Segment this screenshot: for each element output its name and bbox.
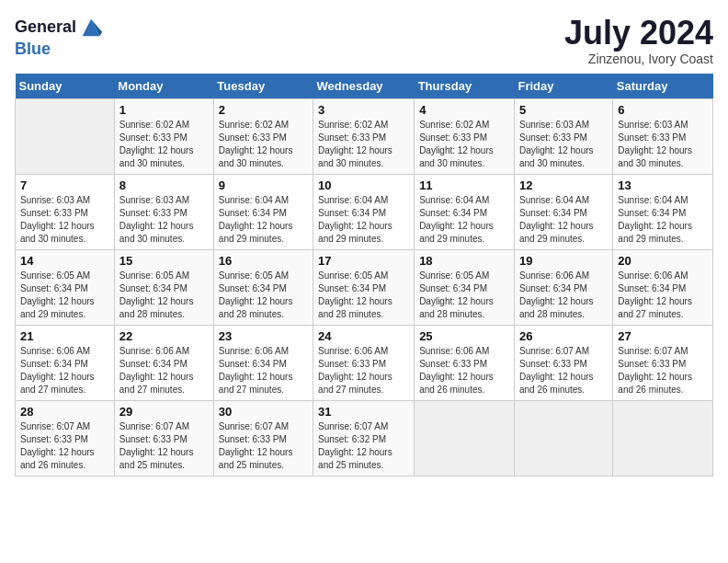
header-sunday: Sunday (16, 74, 115, 99)
day-detail: Sunrise: 6:07 AM Sunset: 6:33 PM Dayligh… (20, 420, 109, 472)
calendar-cell: 6Sunrise: 6:03 AM Sunset: 6:33 PM Daylig… (613, 98, 713, 174)
calendar-header-row: SundayMondayTuesdayWednesdayThursdayFrid… (16, 74, 713, 99)
calendar-cell: 22Sunrise: 6:06 AM Sunset: 6:34 PM Dayli… (114, 325, 213, 400)
day-number: 25 (419, 329, 509, 343)
day-number: 15 (119, 254, 209, 268)
day-detail: Sunrise: 6:02 AM Sunset: 6:33 PM Dayligh… (119, 119, 209, 170)
week-row-1: 1Sunrise: 6:02 AM Sunset: 6:33 PM Daylig… (16, 98, 713, 174)
day-detail: Sunrise: 6:03 AM Sunset: 6:33 PM Dayligh… (519, 119, 608, 170)
day-number: 31 (318, 405, 409, 419)
calendar-cell: 4Sunrise: 6:02 AM Sunset: 6:33 PM Daylig… (415, 98, 515, 174)
calendar-cell: 12Sunrise: 6:04 AM Sunset: 6:34 PM Dayli… (514, 174, 612, 249)
header-thursday: Thursday (415, 74, 515, 99)
month-title: July 2024 (564, 15, 713, 52)
day-number: 27 (618, 329, 708, 343)
calendar-cell: 29Sunrise: 6:07 AM Sunset: 6:33 PM Dayli… (114, 400, 213, 476)
calendar-cell: 3Sunrise: 6:02 AM Sunset: 6:33 PM Daylig… (313, 98, 415, 174)
day-number: 10 (318, 178, 409, 192)
day-number: 5 (519, 103, 608, 117)
week-row-3: 14Sunrise: 6:05 AM Sunset: 6:34 PM Dayli… (16, 249, 713, 325)
calendar-table: SundayMondayTuesdayWednesdayThursdayFrid… (15, 74, 713, 477)
day-detail: Sunrise: 6:02 AM Sunset: 6:33 PM Dayligh… (318, 119, 409, 170)
calendar-cell (514, 400, 612, 476)
calendar-cell: 15Sunrise: 6:05 AM Sunset: 6:34 PM Dayli… (114, 249, 213, 325)
day-detail: Sunrise: 6:06 AM Sunset: 6:34 PM Dayligh… (119, 345, 209, 396)
day-number: 6 (618, 103, 708, 117)
day-number: 8 (119, 178, 209, 192)
calendar-cell: 18Sunrise: 6:05 AM Sunset: 6:34 PM Dayli… (415, 249, 515, 325)
day-detail: Sunrise: 6:04 AM Sunset: 6:34 PM Dayligh… (618, 194, 708, 246)
day-detail: Sunrise: 6:07 AM Sunset: 6:32 PM Dayligh… (318, 420, 409, 472)
calendar-cell: 23Sunrise: 6:06 AM Sunset: 6:34 PM Dayli… (213, 325, 313, 400)
day-detail: Sunrise: 6:07 AM Sunset: 6:33 PM Dayligh… (219, 420, 308, 472)
calendar-cell: 17Sunrise: 6:05 AM Sunset: 6:34 PM Dayli… (313, 249, 415, 325)
day-number: 21 (20, 329, 109, 343)
calendar-cell: 24Sunrise: 6:06 AM Sunset: 6:33 PM Dayli… (313, 325, 415, 400)
day-detail: Sunrise: 6:06 AM Sunset: 6:33 PM Dayligh… (419, 345, 509, 396)
day-number: 13 (618, 178, 708, 192)
day-number: 19 (519, 254, 608, 268)
day-number: 26 (519, 329, 608, 343)
calendar-cell: 19Sunrise: 6:06 AM Sunset: 6:34 PM Dayli… (514, 249, 612, 325)
calendar-cell: 7Sunrise: 6:03 AM Sunset: 6:33 PM Daylig… (16, 174, 115, 249)
day-number: 2 (219, 103, 308, 117)
header-tuesday: Tuesday (213, 74, 313, 99)
day-detail: Sunrise: 6:07 AM Sunset: 6:33 PM Dayligh… (119, 420, 209, 472)
header-saturday: Saturday (613, 74, 713, 99)
calendar-cell: 25Sunrise: 6:06 AM Sunset: 6:33 PM Dayli… (415, 325, 515, 400)
calendar-cell: 28Sunrise: 6:07 AM Sunset: 6:33 PM Dayli… (16, 400, 115, 476)
title-block: July 2024 Zinzenou, Ivory Coast (564, 15, 713, 66)
logo: GeneralBlue (15, 15, 104, 59)
calendar-cell: 11Sunrise: 6:04 AM Sunset: 6:34 PM Dayli… (415, 174, 515, 249)
day-detail: Sunrise: 6:06 AM Sunset: 6:34 PM Dayligh… (519, 270, 608, 321)
calendar-cell: 16Sunrise: 6:05 AM Sunset: 6:34 PM Dayli… (213, 249, 313, 325)
day-detail: Sunrise: 6:03 AM Sunset: 6:33 PM Dayligh… (618, 119, 708, 170)
day-detail: Sunrise: 6:05 AM Sunset: 6:34 PM Dayligh… (219, 270, 308, 321)
day-detail: Sunrise: 6:07 AM Sunset: 6:33 PM Dayligh… (519, 345, 608, 396)
calendar-cell: 31Sunrise: 6:07 AM Sunset: 6:32 PM Dayli… (313, 400, 415, 476)
day-number: 22 (119, 329, 209, 343)
day-number: 16 (219, 254, 308, 268)
header-wednesday: Wednesday (313, 74, 415, 99)
calendar-cell: 27Sunrise: 6:07 AM Sunset: 6:33 PM Dayli… (613, 325, 713, 400)
day-detail: Sunrise: 6:06 AM Sunset: 6:34 PM Dayligh… (20, 345, 109, 396)
day-detail: Sunrise: 6:03 AM Sunset: 6:33 PM Dayligh… (119, 194, 209, 246)
day-number: 20 (618, 254, 708, 268)
calendar-cell: 30Sunrise: 6:07 AM Sunset: 6:33 PM Dayli… (213, 400, 313, 476)
day-number: 3 (318, 103, 409, 117)
day-detail: Sunrise: 6:04 AM Sunset: 6:34 PM Dayligh… (519, 194, 608, 246)
calendar-cell: 2Sunrise: 6:02 AM Sunset: 6:33 PM Daylig… (213, 98, 313, 174)
day-detail: Sunrise: 6:07 AM Sunset: 6:33 PM Dayligh… (618, 345, 708, 396)
day-detail: Sunrise: 6:05 AM Sunset: 6:34 PM Dayligh… (318, 270, 409, 321)
day-detail: Sunrise: 6:02 AM Sunset: 6:33 PM Dayligh… (219, 119, 308, 170)
calendar-cell: 13Sunrise: 6:04 AM Sunset: 6:34 PM Dayli… (613, 174, 713, 249)
calendar-cell (613, 400, 713, 476)
day-detail: Sunrise: 6:06 AM Sunset: 6:34 PM Dayligh… (618, 270, 708, 321)
page-header: GeneralBlue July 2024 Zinzenou, Ivory Co… (15, 15, 713, 66)
day-detail: Sunrise: 6:05 AM Sunset: 6:34 PM Dayligh… (20, 270, 109, 321)
calendar-cell: 20Sunrise: 6:06 AM Sunset: 6:34 PM Dayli… (613, 249, 713, 325)
day-number: 23 (219, 329, 308, 343)
week-row-4: 21Sunrise: 6:06 AM Sunset: 6:34 PM Dayli… (16, 325, 713, 400)
location: Zinzenou, Ivory Coast (564, 52, 713, 66)
calendar-cell: 1Sunrise: 6:02 AM Sunset: 6:33 PM Daylig… (114, 98, 213, 174)
day-number: 18 (419, 254, 509, 268)
day-detail: Sunrise: 6:02 AM Sunset: 6:33 PM Dayligh… (419, 119, 509, 170)
calendar-cell: 5Sunrise: 6:03 AM Sunset: 6:33 PM Daylig… (514, 98, 612, 174)
calendar-cell: 10Sunrise: 6:04 AM Sunset: 6:34 PM Dayli… (313, 174, 415, 249)
header-monday: Monday (114, 74, 213, 99)
day-detail: Sunrise: 6:06 AM Sunset: 6:34 PM Dayligh… (219, 345, 308, 396)
day-detail: Sunrise: 6:05 AM Sunset: 6:34 PM Dayligh… (119, 270, 209, 321)
calendar-cell: 8Sunrise: 6:03 AM Sunset: 6:33 PM Daylig… (114, 174, 213, 249)
logo-text: GeneralBlue (15, 15, 104, 59)
calendar-cell: 26Sunrise: 6:07 AM Sunset: 6:33 PM Dayli… (514, 325, 612, 400)
day-number: 12 (519, 178, 608, 192)
day-detail: Sunrise: 6:06 AM Sunset: 6:33 PM Dayligh… (318, 345, 409, 396)
day-detail: Sunrise: 6:04 AM Sunset: 6:34 PM Dayligh… (219, 194, 308, 246)
day-number: 17 (318, 254, 409, 268)
calendar-cell: 14Sunrise: 6:05 AM Sunset: 6:34 PM Dayli… (16, 249, 115, 325)
calendar-cell (16, 98, 115, 174)
day-number: 4 (419, 103, 509, 117)
day-detail: Sunrise: 6:03 AM Sunset: 6:33 PM Dayligh… (20, 194, 109, 246)
day-detail: Sunrise: 6:04 AM Sunset: 6:34 PM Dayligh… (318, 194, 409, 246)
